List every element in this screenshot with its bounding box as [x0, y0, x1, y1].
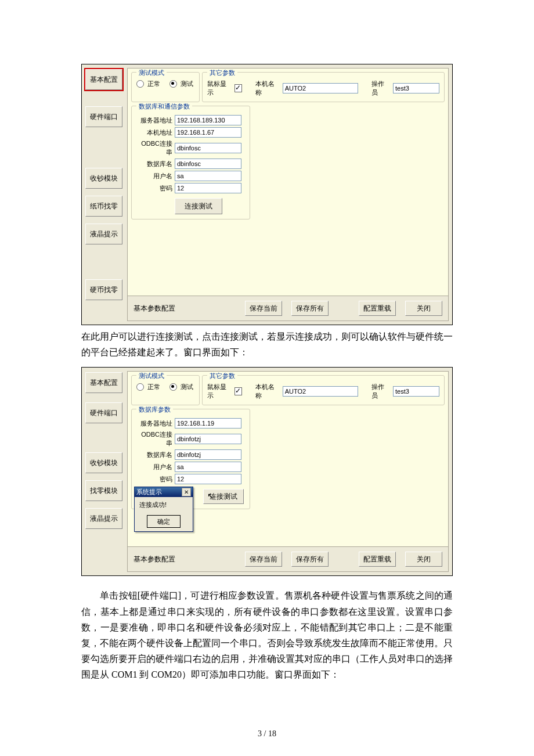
reload-config-button[interactable]: 配置重载	[359, 301, 396, 316]
body-paragraph-2: 单击按钮[硬件端口]，可进行相应参数设置。售票机各种硬件设置与售票系统之间的通信…	[81, 588, 453, 682]
input-server[interactable]	[175, 115, 241, 125]
group-other-params: 其它参数 鼠标显示 本机名称 操作员	[202, 72, 445, 102]
label-server: 服务器地址	[136, 116, 175, 125]
input-dbname[interactable]	[175, 159, 241, 169]
footer-title: 基本参数配置	[134, 304, 175, 314]
msgbox: 系统提示 ✕ 连接成功! 确定	[134, 487, 193, 532]
group-db-params-legend: 数据库参数	[136, 405, 173, 414]
group-other-params: 其它参数 鼠标显示 本机名称 操作员	[202, 375, 445, 405]
input-localaddr[interactable]	[175, 127, 241, 138]
sidebar-item-cash-module[interactable]: 收钞模块	[85, 452, 122, 473]
save-all-button[interactable]: 保存所有	[291, 301, 329, 316]
label-password: 密码	[136, 184, 175, 193]
sidebar-item-basic-config[interactable]: 基本配置	[85, 69, 122, 90]
connection-test-button[interactable]: 连接测试	[203, 489, 244, 504]
msgbox-titlebar: 系统提示 ✕	[135, 487, 193, 497]
group-test-mode-legend: 测试模式	[136, 372, 167, 380]
mouse-checkbox[interactable]	[234, 84, 242, 92]
radio-test-label: 测试	[181, 80, 193, 88]
msgbox-body: 连接成功!	[135, 497, 193, 513]
sidebar-item-bill-change[interactable]: 纸币找零	[85, 196, 122, 217]
save-all-button[interactable]: 保存所有	[291, 552, 329, 567]
sidebar-item-change-module[interactable]: 找零模块	[85, 480, 122, 501]
msgbox-title: 系统提示	[136, 488, 162, 496]
hostname-input[interactable]	[283, 386, 358, 397]
operator-label: 操作员	[371, 80, 388, 97]
page-number: 3 / 18	[81, 729, 453, 739]
input-dbname[interactable]	[175, 449, 241, 460]
sidebar: 基本配置 硬件端口 收钞模块 纸币找零 液晶提示 硬币找零	[82, 64, 127, 325]
hostname-input[interactable]	[283, 83, 358, 93]
operator-input[interactable]	[393, 83, 439, 93]
footer-title: 基本参数配置	[134, 555, 175, 564]
radio-test[interactable]	[169, 80, 177, 88]
mouse-label: 鼠标显示	[207, 383, 230, 400]
body-paragraph-1: 在此用户可以进行连接测试，点击连接测试，若显示连接成功，则可以确认软件与硬件统一…	[81, 329, 453, 360]
sidebar-item-basic-config[interactable]: 基本配置	[85, 372, 122, 393]
footer-bar: 基本参数配置 保存当前 保存所有 配置重载 关闭	[127, 547, 449, 572]
save-current-button[interactable]: 保存当前	[245, 552, 282, 567]
footer-bar: 基本参数配置 保存当前 保存所有 配置重载 关闭	[127, 296, 449, 321]
group-other-params-legend: 其它参数	[207, 69, 237, 77]
label-user: 用户名	[136, 463, 175, 471]
content-area-2: 测试模式 正常 测试 其它参数 鼠标显示 本机名称	[127, 368, 452, 575]
group-db-params-legend: 数据库和通信参数	[136, 102, 192, 111]
group-test-mode-legend: 测试模式	[136, 69, 167, 77]
input-server[interactable]	[175, 418, 241, 429]
group-other-params-legend: 其它参数	[207, 372, 237, 380]
content-area: 测试模式 正常 测试 其它参数 鼠标显示 本机名称	[127, 64, 452, 325]
label-dbname: 数据库名	[136, 451, 175, 459]
sidebar-2: 基本配置 硬件端口 收钞模块 找零模块 液晶提示	[82, 368, 127, 575]
hostname-label: 本机名称	[255, 383, 278, 400]
radio-normal-label: 正常	[147, 80, 160, 88]
screenshot-1: 基本配置 硬件端口 收钞模块 纸币找零 液晶提示 硬币找零 测试模式 正常 测试	[81, 64, 453, 325]
group-test-mode: 测试模式 正常 测试	[131, 72, 200, 102]
input-password[interactable]	[175, 183, 241, 193]
label-localaddr: 本机地址	[136, 128, 175, 137]
close-button[interactable]: 关闭	[405, 552, 442, 567]
input-user[interactable]	[175, 171, 241, 181]
config-panel: 测试模式 正常 测试 其它参数 鼠标显示 本机名称	[127, 68, 449, 296]
sidebar-item-coin-change[interactable]: 硬币找零	[85, 279, 122, 300]
operator-label: 操作员	[371, 383, 388, 400]
input-odbc[interactable]	[175, 434, 241, 444]
sidebar-item-hardware-port[interactable]: 硬件端口	[85, 106, 122, 127]
save-current-button[interactable]: 保存当前	[245, 301, 282, 316]
sidebar-item-cash-module[interactable]: 收钞模块	[85, 168, 122, 189]
radio-normal[interactable]	[136, 80, 144, 88]
mouse-checkbox[interactable]	[234, 387, 242, 395]
label-user: 用户名	[136, 172, 175, 181]
radio-normal[interactable]	[136, 383, 144, 391]
hostname-label: 本机名称	[255, 80, 278, 97]
input-password[interactable]	[175, 474, 241, 484]
msgbox-close-icon[interactable]: ✕	[182, 488, 191, 496]
connection-test-button[interactable]: 连接测试	[175, 198, 222, 214]
sidebar-item-lcd-prompt[interactable]: 液晶提示	[85, 508, 122, 529]
group-test-mode: 测试模式 正常 测试	[131, 375, 200, 405]
config-panel-2: 测试模式 正常 测试 其它参数 鼠标显示 本机名称	[127, 371, 449, 547]
sidebar-item-hardware-port[interactable]: 硬件端口	[85, 402, 122, 423]
label-dbname: 数据库名	[136, 160, 175, 168]
label-odbc: ODBC连接串	[136, 139, 175, 157]
radio-normal-label: 正常	[147, 383, 160, 391]
label-odbc: ODBC连接串	[136, 430, 175, 448]
screenshot-2: 基本配置 硬件端口 收钞模块 找零模块 液晶提示 测试模式 正常 测试	[81, 367, 453, 576]
label-server: 服务器地址	[136, 419, 175, 428]
input-user[interactable]	[175, 462, 241, 472]
sidebar-item-lcd-prompt[interactable]: 液晶提示	[85, 224, 122, 244]
radio-test-label: 测试	[181, 383, 193, 391]
reload-config-button[interactable]: 配置重载	[359, 552, 396, 567]
mouse-label: 鼠标显示	[207, 80, 230, 97]
group-db-params: 数据库和通信参数 服务器地址 本机地址 ODBC连接串 数据库名 用户名 密码 …	[131, 106, 250, 219]
input-odbc[interactable]	[175, 143, 241, 153]
msgbox-ok-button[interactable]: 确定	[147, 515, 181, 528]
radio-test[interactable]	[169, 383, 177, 391]
group-db-params: 数据库参数 服务器地址 ODBC连接串 数据库名 用户名 密码 连接测试 ↖ 系…	[131, 409, 250, 509]
operator-input[interactable]	[393, 386, 439, 397]
close-button[interactable]: 关闭	[405, 301, 442, 316]
label-password: 密码	[136, 475, 175, 484]
